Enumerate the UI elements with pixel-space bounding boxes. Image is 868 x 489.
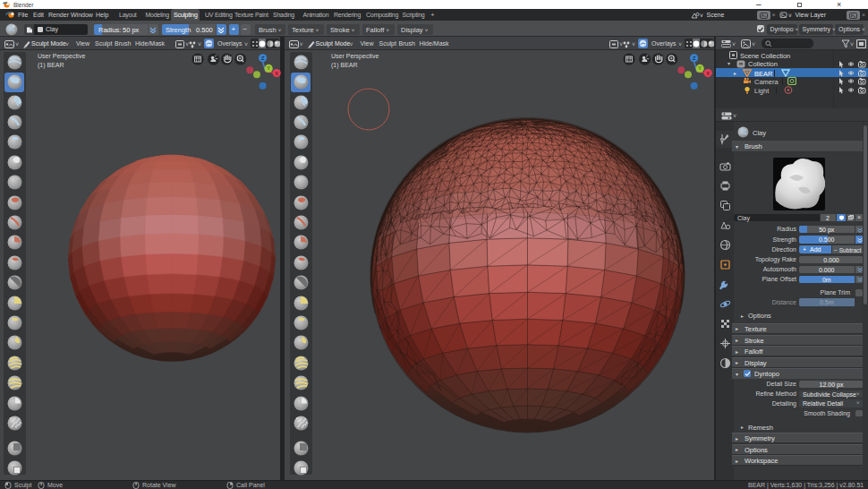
svg-text:X: X (275, 70, 278, 75)
svg-text:Y: Y (267, 65, 270, 71)
svg-text:Y: Y (698, 65, 702, 71)
svg-text:X: X (706, 70, 710, 75)
